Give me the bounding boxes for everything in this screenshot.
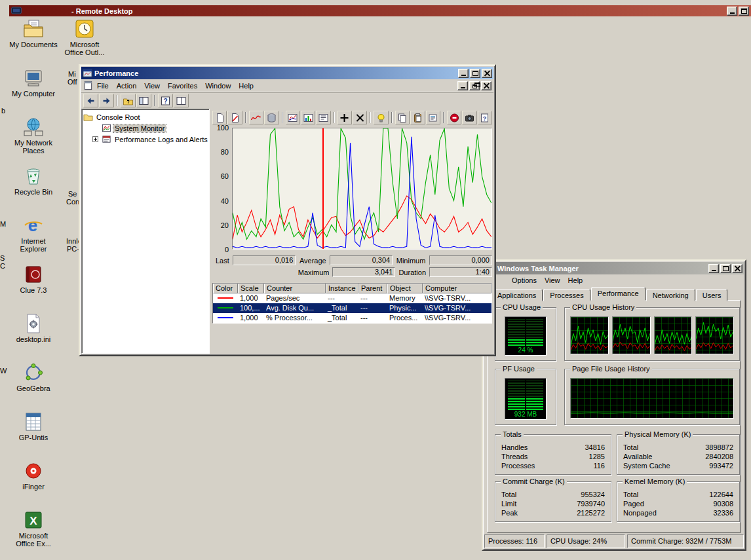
tab-networking[interactable]: Networking xyxy=(646,289,695,301)
desktop-icon-microsoft-office-ex[interactable]: XMicrosoft Office Ex... xyxy=(9,510,58,559)
help-button[interactable]: ? xyxy=(478,111,492,124)
last-label: Last xyxy=(212,257,233,265)
maximize-button[interactable] xyxy=(720,264,731,273)
recycle-bin-icon xyxy=(23,166,44,187)
desktop-icon-my-computer[interactable]: My Computer xyxy=(9,67,58,117)
maximum-label: Maximum xyxy=(295,269,333,276)
cpu-history-graph-2 xyxy=(612,316,651,354)
add-counter-button[interactable] xyxy=(337,111,352,124)
view-log-data-button[interactable] xyxy=(264,111,279,124)
menu-item-view[interactable]: View xyxy=(140,81,164,91)
paste-counter-list-button[interactable] xyxy=(410,111,425,124)
panes-button[interactable] xyxy=(174,94,189,107)
task-manager-window[interactable]: Windows Task Manager OptionsViewHelp App… xyxy=(482,259,746,551)
view-current-activity-button[interactable] xyxy=(249,111,263,124)
tab-processes[interactable]: Processes xyxy=(543,289,590,301)
back-button[interactable] xyxy=(83,94,98,107)
minimize-button[interactable] xyxy=(457,81,468,90)
menu-item-help[interactable]: Help xyxy=(564,275,587,286)
desktop-icon-microsoft-office-outl[interactable]: Microsoft Office Outl... xyxy=(60,18,109,67)
desktop-icon-my-network-places[interactable]: My Network Places xyxy=(9,117,58,166)
task-manager-titlebar[interactable]: Windows Task Manager xyxy=(484,262,744,274)
view-report-button[interactable] xyxy=(316,111,330,124)
help-topics-button[interactable]: ? xyxy=(158,94,173,107)
freeze-display-button[interactable] xyxy=(447,111,461,124)
stat-label: Handles xyxy=(501,443,528,452)
duration-value: 1:40 xyxy=(429,267,492,277)
update-data-button[interactable] xyxy=(462,111,476,124)
stat-label: Limit xyxy=(501,499,516,508)
up-folder-button[interactable] xyxy=(121,94,136,107)
column-header-computer[interactable]: Computer xyxy=(423,284,491,293)
menu-item-options[interactable]: Options xyxy=(508,275,541,286)
stat-row: Total122644 xyxy=(617,490,739,499)
desktop-icon-my-documents[interactable]: My Documents xyxy=(9,18,58,67)
tree-item-performance-logs-and-alerts[interactable]: Performance Logs and Alerts xyxy=(83,134,208,145)
menu-item-help[interactable]: Help xyxy=(235,81,258,91)
remote-desktop-titlebar[interactable]: - Remote Desktop xyxy=(9,5,751,16)
close-button[interactable] xyxy=(481,81,491,90)
tab-users[interactable]: Users xyxy=(696,289,728,301)
column-header-object[interactable]: Object xyxy=(387,284,423,293)
performance-window[interactable]: Performance FileActionViewFavoritesWindo… xyxy=(79,64,496,356)
maximum-value: 3,041 xyxy=(332,267,395,277)
column-header-instance[interactable]: Instance xyxy=(326,284,358,293)
tab-applications[interactable]: Applications xyxy=(491,289,543,301)
desktop-icon-desktop-ini[interactable]: desktop.ini xyxy=(9,313,58,362)
minimize-button[interactable] xyxy=(458,69,469,78)
maximize-button[interactable] xyxy=(739,7,749,16)
counter-row-pages-sec[interactable]: 1,000Pages/sec------Memory\\SVG-TSRV... xyxy=(213,293,491,303)
delete-counter-button[interactable] xyxy=(353,111,367,124)
stat-value: 90308 xyxy=(713,499,733,508)
tab-performance[interactable]: Performance xyxy=(591,287,645,301)
desktop-icon-gp-untis[interactable]: GP-Untis xyxy=(9,411,58,460)
close-button[interactable] xyxy=(482,69,492,78)
duration-label: Duration xyxy=(395,269,429,276)
counter-row-avg-disk-qu[interactable]: 100,...Avg. Disk Qu..._Total---Physic...… xyxy=(213,303,491,313)
tree-item-system-monitor[interactable]: System Monitor xyxy=(83,122,208,134)
stat-label: Peak xyxy=(501,508,518,517)
system-monitor-toolbar: ? xyxy=(212,109,492,126)
tree-item-console-root[interactable]: Console Root xyxy=(83,111,208,122)
column-header-color[interactable]: Color xyxy=(213,284,238,293)
desktop-icon-clue-7-3[interactable]: Clue 7.3 xyxy=(9,264,58,313)
new-counter-set-button[interactable] xyxy=(212,111,227,124)
expand-icon[interactable] xyxy=(92,136,98,142)
system-monitor-icon xyxy=(102,123,111,133)
menu-item-window[interactable]: Window xyxy=(201,81,235,91)
desktop-icon-recycle-bin[interactable]: Recycle Bin xyxy=(9,166,58,215)
menu-item-file[interactable]: File xyxy=(93,81,113,91)
minimize-button[interactable] xyxy=(727,7,737,16)
highlight-button[interactable] xyxy=(374,111,388,124)
desktop-icon-internet-explorer[interactable]: eInternet Explorer xyxy=(9,215,58,264)
menu-item-view[interactable]: View xyxy=(541,275,564,286)
restore-button[interactable] xyxy=(469,81,480,90)
stat-value: 3898872 xyxy=(705,443,733,452)
stat-row: Paged90308 xyxy=(617,499,739,508)
desktop-icon-ifinger[interactable]: iFinger xyxy=(9,460,58,510)
counter-row-processor[interactable]: 1,000% Processor..._Total---Proces...\\S… xyxy=(213,313,491,323)
minimize-button[interactable] xyxy=(708,264,719,273)
close-button[interactable] xyxy=(732,264,742,273)
forward-button[interactable] xyxy=(99,94,114,107)
kernel-memory-group: Kernel Memory (K) Total122644Paged90308N… xyxy=(617,481,740,522)
copy-properties-button[interactable] xyxy=(395,111,410,124)
clear-display-button[interactable] xyxy=(227,111,242,124)
performance-titlebar[interactable]: Performance xyxy=(81,67,493,79)
show-tree-button[interactable] xyxy=(136,94,151,107)
view-graph-button[interactable] xyxy=(286,111,300,124)
cut-label-fragment: S xyxy=(0,254,5,262)
stat-row: Available2840208 xyxy=(617,452,739,461)
physical-memory-group: Physical Memory (K) Total3898872Availabl… xyxy=(617,434,740,475)
column-header-counter[interactable]: Counter xyxy=(264,284,326,293)
column-header-scale[interactable]: Scale xyxy=(238,284,264,293)
menu-item-favorites[interactable]: Favorites xyxy=(164,81,201,91)
menu-item-action[interactable]: Action xyxy=(113,81,141,91)
desktop-icon-geogebra[interactable]: GeoGebra xyxy=(9,362,58,411)
view-histogram-button[interactable] xyxy=(301,111,315,124)
my-computer-icon xyxy=(23,67,44,88)
desktop-icon-column-1: My DocumentsMy ComputerMy Network Places… xyxy=(9,18,58,559)
maximize-button[interactable] xyxy=(470,69,480,78)
properties-button[interactable] xyxy=(426,111,440,124)
column-header-parent[interactable]: Parent xyxy=(358,284,387,293)
